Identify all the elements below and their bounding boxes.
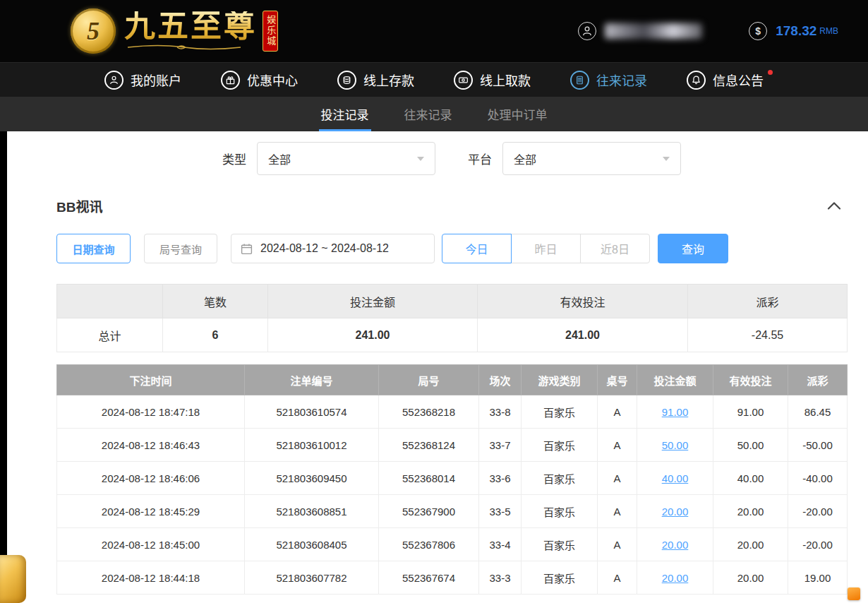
date-range-value: 2024-08-12 ~ 2024-08-12 [260,242,389,255]
notification-dot [768,70,773,75]
nav-item-label: 往来记录 [596,71,647,89]
section-header: BB视讯 [56,196,847,215]
bet-amount-link[interactable]: 20.00 [637,561,713,595]
table-row: 2024-08-12 18:45:00521803608405552367806… [57,528,848,561]
col-round-id: 局号 [379,365,479,395]
table-cell: 20.00 [713,561,788,595]
nav-item-promotions[interactable]: 优惠中心 [221,71,298,90]
brand-name: 九五至尊 [124,11,257,42]
today-button[interactable]: 今日 [442,234,512,263]
logo-medal-icon: 5 [71,8,116,54]
table-cell: 521803610574 [245,395,379,429]
table-cell: 552367806 [379,528,479,561]
table-cell: 20.00 [713,495,788,528]
col-table-no: 桌号 [598,365,637,395]
table-cell: 2024-08-12 18:47:18 [57,395,245,429]
tab-transaction-records[interactable]: 往来记录 [402,97,454,131]
tab-processing-orders[interactable]: 处理中订单 [486,97,550,131]
bet-amount-link[interactable]: 40.00 [637,462,713,495]
round-query-button[interactable]: 局号查询 [144,234,217,263]
table-cell: 552368218 [379,395,479,429]
table-cell: 552368124 [379,429,479,462]
table-cell: 521803609450 [245,462,379,495]
table-cell: 33-7 [479,429,522,462]
floating-widget-fragment[interactable] [848,587,860,600]
platform-select-value: 全部 [514,150,536,167]
floating-promo-fragment[interactable] [0,555,26,603]
nav-item-announcements[interactable]: 信息公告 [687,71,764,90]
username-blurred [605,23,702,39]
table-cell: -20.00 [788,495,848,528]
summary-bet-amount-value: 241.00 [268,318,478,352]
summary-header-payout: 派彩 [688,285,848,318]
col-bet-time: 下注时间 [57,365,245,395]
table-cell: A [598,561,637,595]
table-cell: 百家乐 [522,528,598,561]
summary-total-row: 总计 6 241.00 241.00 -24.55 [57,318,848,352]
site-logo[interactable]: 5 九五至尊 娱乐城 [71,8,278,54]
table-cell: 86.45 [788,395,848,429]
bet-amount-link[interactable]: 50.00 [637,429,713,462]
summary-table: 笔数 投注金额 有效投注 派彩 总计 6 241.00 241.00 -24.5… [56,284,848,352]
brand-badge: 娱乐城 [263,11,278,52]
collapse-section-button[interactable] [827,202,847,210]
quick-range-group: 今日 昨日 近8日 [442,234,650,263]
table-row: 2024-08-12 18:46:43521803610012552368124… [57,429,848,462]
bet-amount-link[interactable]: 91.00 [637,395,713,429]
recent-8-days-button[interactable]: 近8日 [580,234,650,263]
platform-filter-group: 平台 全部 [468,142,681,175]
summary-payout-value: -24.55 [688,318,848,352]
col-bet-amount: 投注金额 [637,365,713,395]
table-cell: 百家乐 [522,561,598,595]
type-select[interactable]: 全部 [257,142,435,175]
table-cell: 552367900 [379,495,479,528]
table-cell: 521803608405 [245,528,379,561]
chevron-down-icon [663,157,670,161]
table-row: 2024-08-12 18:44:18521803607782552367674… [57,561,848,595]
table-cell: 521803608851 [245,495,379,528]
nav-item-label: 信息公告 [713,71,764,89]
table-cell: 20.00 [713,528,788,561]
section-title: BB视讯 [56,196,102,215]
bet-amount-link[interactable]: 20.00 [637,495,713,528]
nav-item-withdraw[interactable]: 线上取款 [454,71,531,90]
chevron-up-icon [827,202,841,210]
nav-item-deposit[interactable]: 线上存款 [337,71,414,90]
chevron-down-icon [417,157,424,161]
col-payout: 派彩 [788,365,848,395]
yesterday-button[interactable]: 昨日 [511,234,581,263]
account-area: $ 178.32 RMB [578,22,838,40]
table-cell: 百家乐 [522,495,598,528]
summary-total-label: 总计 [57,318,163,352]
bet-amount-link[interactable]: 20.00 [637,528,713,561]
tab-bet-records[interactable]: 投注记录 [319,97,371,131]
search-button[interactable]: 查询 [658,234,728,263]
table-cell: -20.00 [788,528,848,561]
date-query-button[interactable]: 日期查询 [56,234,131,263]
user-icon[interactable] [578,22,596,40]
type-filter-label: 类型 [222,150,246,167]
platform-filter-label: 平台 [468,150,492,167]
nav-item-my-account[interactable]: 我的账户 [104,71,181,90]
brand-name-wrap: 九五至尊 [124,11,257,51]
balance-currency: RMB [819,26,838,36]
table-cell: 33-8 [479,395,522,429]
table-cell: 40.00 [713,462,788,495]
summary-header-bet-amount: 投注金额 [268,285,478,318]
bet-table-header-row: 下注时间 注单编号 局号 场次 游戏类别 桌号 投注金额 有效投注 派彩 [57,365,848,395]
table-cell: 百家乐 [522,429,598,462]
calendar-icon [241,243,253,255]
table-cell: A [598,395,637,429]
query-controls: 日期查询 局号查询 2024-08-12 ~ 2024-08-12 今日 昨日 … [56,234,847,263]
main-content: 类型 全部 平台 全部 BB视讯 日期查询 局号查询 2024-08-12 ~ [7,131,868,603]
table-cell: 2024-08-12 18:44:18 [57,561,245,595]
date-range-input[interactable]: 2024-08-12 ~ 2024-08-12 [231,234,435,263]
top-header: 5 九五至尊 娱乐城 $ 178.32 RMB [0,0,868,62]
table-cell: 33-3 [479,561,522,595]
platform-select[interactable]: 全部 [502,142,681,175]
records-subtabs: 投注记录 往来记录 处理中订单 [0,97,868,131]
col-session: 场次 [479,365,522,395]
nav-item-label: 我的账户 [131,71,181,89]
nav-item-records[interactable]: 往来记录 [570,71,647,90]
summary-header-blank [57,285,163,318]
